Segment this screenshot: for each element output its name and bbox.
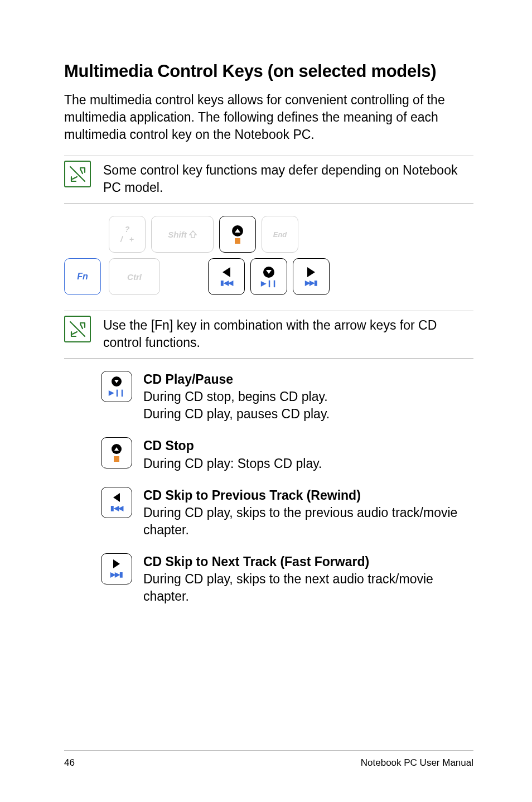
key-slash-top: ? [125,225,130,234]
def-stop: CD Stop During CD play: Stops CD play. [101,437,473,472]
prev-track-icon: ▮◀◀ [220,279,233,287]
def-play-pause-line2: During CD play, pauses CD play. [143,405,330,423]
note-block-1: Some control key functions may defer dep… [64,156,473,204]
intro-paragraph: The multimedia control keys allows for c… [64,91,473,143]
def-prev-line1: During CD play, skips to the previous au… [143,504,473,539]
def-play-pause: ▶ ❙❙ CD Play/Pause During CD stop, begin… [101,371,473,423]
keyboard-illustration: Fn ? / + Shift [64,216,473,295]
def-next-key-icon: ▶▶▮ [101,553,132,584]
def-play-pause-title: CD Play/Pause [143,371,330,388]
note-icon [64,316,91,342]
arrow-down-disc-icon [263,267,274,278]
key-arrow-right: ▶▶▮ [293,258,330,295]
def-play-pause-line1: During CD stop, begins CD play. [143,388,330,405]
note-text-2: Use the [Fn] key in combination with the… [103,316,473,351]
arrow-right-icon [113,559,120,568]
prev-track-icon: ▮◀◀ [110,504,123,512]
next-track-icon: ▶▶▮ [305,279,317,287]
key-arrow-up [219,216,256,253]
key-arrow-left: ▮◀◀ [208,258,245,295]
def-prev-title: CD Skip to Previous Track (Rewind) [143,487,473,504]
note-text-1: Some control key functions may defer dep… [103,161,473,196]
def-next: ▶▶▮ CD Skip to Next Track (Fast Forward)… [101,553,473,605]
key-fn: Fn [64,258,101,295]
arrow-left-icon [113,493,120,502]
arrow-up-disc-icon [232,225,243,236]
page-number: 46 [64,757,75,769]
definition-list: ▶ ❙❙ CD Play/Pause During CD stop, begin… [101,371,473,605]
section-heading: Multimedia Control Keys (on selected mod… [64,61,473,81]
page-content: Multimedia Control Keys (on selected mod… [0,0,532,605]
def-play-pause-key-icon: ▶ ❙❙ [101,371,132,402]
key-slash: ? / + [109,216,146,253]
arrow-right-icon [307,267,315,277]
play-pause-icon: ▶ ❙❙ [261,279,277,287]
page-footer: 46 Notebook PC User Manual [0,750,532,769]
manual-title: Notebook PC User Manual [361,757,473,769]
def-next-title: CD Skip to Next Track (Fast Forward) [143,553,473,571]
note-icon [64,161,91,187]
def-next-line1: During CD play, skips to the next audio … [143,571,473,605]
key-end: End [262,216,298,253]
arrow-up-disc-icon [112,444,122,454]
key-shift: Shift [151,216,214,253]
key-slash-bot-left: / [120,235,123,244]
arrow-down-disc-icon [112,376,122,386]
key-arrow-down: ▶ ❙❙ [250,258,287,295]
key-slash-bot-right: + [129,235,134,244]
def-stop-title: CD Stop [143,437,322,455]
stop-square-icon [114,456,119,462]
def-stop-line1: During CD play: Stops CD play. [143,455,322,472]
next-track-icon: ▶▶▮ [110,571,123,578]
def-prev: ▮◀◀ CD Skip to Previous Track (Rewind) D… [101,487,473,539]
footer-divider [64,750,473,751]
def-prev-key-icon: ▮◀◀ [101,487,132,518]
def-stop-key-icon [101,437,132,468]
arrow-left-icon [223,267,230,277]
note-block-2: Use the [Fn] key in combination with the… [64,311,473,359]
key-ctrl: Ctrl [109,258,160,295]
stop-square-icon [235,238,240,244]
shift-arrow-icon [189,230,197,238]
play-pause-icon: ▶ ❙❙ [109,389,124,397]
